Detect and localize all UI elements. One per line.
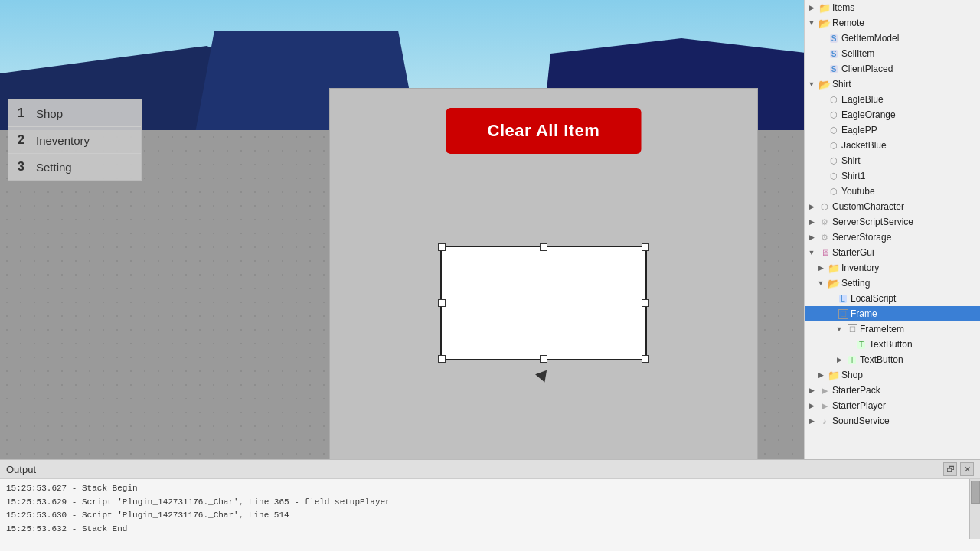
output-header: Output 🗗 ✕	[0, 460, 980, 479]
menu-label-shop: Shop	[36, 107, 63, 120]
handle-mr[interactable]	[642, 299, 649, 307]
tree-icon: 📁	[828, 262, 840, 274]
tree-icon: S	[828, 32, 840, 44]
tree-label: Frame	[851, 308, 877, 319]
menu-panel: 1 Shop 2 Ineventory 3 Setting	[8, 99, 142, 181]
tree-label: Items	[832, 2, 854, 13]
tree-item[interactable]: ⬡EagleBlue	[805, 92, 980, 107]
handle-bl[interactable]	[438, 355, 446, 363]
tree-item[interactable]: ⬡EaglePP	[805, 122, 980, 138]
tree-toggle	[815, 94, 826, 105]
tree-icon: ⬡	[828, 139, 840, 152]
cursor	[535, 370, 550, 385]
tree-item[interactable]: ▼📂Remote	[805, 15, 980, 31]
tree-item[interactable]: ▼☐FrameItem	[805, 321, 980, 337]
tree-item[interactable]: LLocalScript	[805, 291, 980, 306]
tree-toggle[interactable]: ▶	[806, 2, 817, 13]
tree-label: Shirt	[832, 79, 851, 90]
tree-toggle	[825, 308, 835, 319]
tree-item[interactable]: ▶⚙ServerScriptService	[805, 214, 980, 230]
tree-icon: ☐	[846, 323, 858, 335]
tree-icon: ▶	[818, 384, 831, 396]
menu-num-1: 1	[18, 106, 30, 120]
tree-toggle[interactable]: ▼	[806, 247, 817, 258]
tree-item[interactable]: ▶📁Inventory	[805, 260, 980, 276]
tree-item[interactable]: ⬡JacketBlue	[805, 138, 980, 153]
tree-item[interactable]: ▶▶StarterPack	[805, 383, 980, 398]
tree-label: SoundService	[832, 416, 890, 426]
tree-toggle	[815, 33, 826, 44]
tree-label: CustomCharacter	[832, 201, 904, 212]
tree-item[interactable]: ☐Frame	[805, 306, 980, 321]
tree-label: Remote	[832, 18, 864, 28]
menu-label-inventory: Ineventory	[36, 134, 90, 147]
tree-toggle[interactable]: ▶	[806, 416, 817, 426]
tree-toggle[interactable]: ▶	[815, 262, 826, 273]
tree-icon: ☐	[837, 308, 849, 320]
tree-item[interactable]: ⬡EagleOrange	[805, 107, 980, 122]
tree-label: TextButton	[869, 339, 913, 350]
tree-toggle[interactable]: ▶	[806, 400, 817, 411]
menu-item-inventory[interactable]: 2 Ineventory	[8, 127, 141, 154]
frame-box[interactable]	[440, 246, 647, 360]
handle-tl[interactable]	[438, 243, 446, 251]
tree-item[interactable]: ▼📂Shirt	[805, 77, 980, 92]
tree-item[interactable]: SGetItemModel	[805, 31, 980, 46]
tree-toggle[interactable]: ▶	[806, 385, 817, 396]
tree-item[interactable]: ▼🖥StarterGui	[805, 245, 980, 260]
output-row: 15:25:53.627 - Stack Begin15:25:53.629 -…	[0, 479, 980, 539]
tree-item[interactable]: ▶📁Items	[805, 0, 980, 15]
tree-toggle	[815, 109, 826, 120]
tree-label: EaglePP	[841, 125, 877, 135]
output-close-button[interactable]: ✕	[960, 462, 974, 476]
tree-label: StarterPack	[832, 385, 880, 396]
scroll-thumb[interactable]	[971, 481, 980, 504]
tree-toggle[interactable]: ▶	[806, 217, 817, 227]
tree-icon: ⬡	[828, 155, 840, 167]
menu-item-setting[interactable]: 3 Setting	[8, 154, 141, 180]
tree-icon: ⬡	[818, 201, 831, 213]
tree-toggle[interactable]: ▶	[815, 370, 826, 380]
tree-label: TextButton	[860, 354, 903, 365]
tree-toggle[interactable]: ▶	[806, 201, 817, 212]
handle-ml[interactable]	[438, 299, 446, 307]
tree-item[interactable]: ▶⚙ServerStorage	[805, 230, 980, 245]
output-title: Output	[6, 464, 36, 475]
tree-toggle[interactable]: ▼	[815, 278, 826, 289]
tree-item[interactable]: SClientPlaced	[805, 61, 980, 77]
tree-toggle	[815, 125, 826, 135]
tree-icon: ⬡	[828, 109, 840, 121]
tree-item[interactable]: ▼📂Setting	[805, 276, 980, 291]
handle-tr[interactable]	[642, 243, 649, 251]
tree-item[interactable]: ⬡Shirt	[805, 153, 980, 168]
tree-item[interactable]: SSellItem	[805, 46, 980, 61]
viewport: 1 Shop 2 Ineventory 3 Setting Clear All …	[0, 0, 804, 459]
tree-toggle[interactable]: ▶	[806, 232, 817, 243]
tree-icon: ♪	[818, 415, 831, 427]
tree-icon: 📂	[818, 78, 831, 90]
tree-icon: ⬡	[828, 170, 840, 182]
tree-toggle[interactable]: ▼	[834, 324, 844, 334]
tree-item[interactable]: ▶▶StarterPlayer	[805, 398, 980, 413]
menu-item-shop[interactable]: 1 Shop	[8, 100, 141, 127]
tree-label: JacketBlue	[841, 140, 887, 151]
tree-toggle[interactable]: ▼	[806, 18, 817, 28]
tree-icon: 📂	[818, 17, 831, 29]
clear-all-button[interactable]: Clear All Item	[446, 108, 642, 154]
handle-bm[interactable]	[540, 355, 547, 363]
tree-item[interactable]: ⬡Shirt1	[805, 168, 980, 184]
tree-item[interactable]: ▶📁Shop	[805, 367, 980, 383]
output-scrollbar[interactable]	[969, 479, 980, 539]
output-restore-button[interactable]: 🗗	[943, 462, 957, 476]
tree-item[interactable]: TTextButton	[805, 337, 980, 352]
tree-icon: ⬡	[828, 124, 840, 136]
tree-toggle[interactable]: ▼	[806, 79, 817, 90]
tree-toggle[interactable]: ▶	[834, 354, 844, 365]
tree-item[interactable]: ⬡Youtube	[805, 184, 980, 199]
handle-br[interactable]	[642, 355, 649, 363]
tree-item[interactable]: ▶♪SoundService	[805, 413, 980, 429]
tree-icon: T	[846, 354, 858, 366]
tree-item[interactable]: ▶TTextButton	[805, 352, 980, 367]
tree-item[interactable]: ▶⬡CustomCharacter	[805, 199, 980, 214]
handle-tm[interactable]	[540, 243, 547, 251]
